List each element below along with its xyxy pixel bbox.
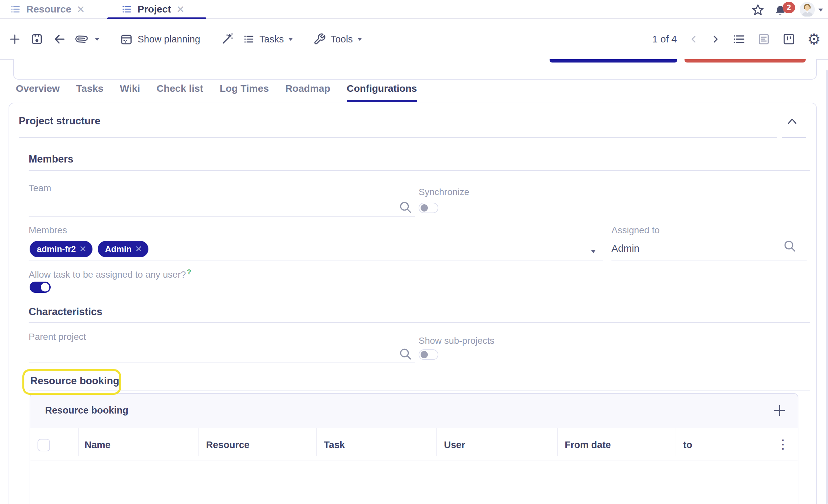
column-options-kebab-icon[interactable]: ⋮ <box>777 435 789 453</box>
back-button[interactable] <box>53 33 67 46</box>
window-tab-bar: Resource ✕ Project ✕ 2 <box>0 0 828 19</box>
tab-configurations[interactable]: Configurations <box>347 83 417 102</box>
favorite-star-icon[interactable] <box>752 4 764 16</box>
search-icon[interactable] <box>783 240 796 253</box>
tab-tasks[interactable]: Tasks <box>76 83 104 102</box>
show-sub-projects-toggle[interactable] <box>419 349 438 360</box>
show-planning-button[interactable]: Show planning <box>120 33 200 46</box>
save-button[interactable] <box>30 33 43 46</box>
window-tab-label: Resource <box>26 4 72 15</box>
chip-remove-icon[interactable]: ✕ <box>79 244 87 254</box>
subsection-title-members: Members <box>29 153 73 165</box>
toggle-knob <box>421 351 428 358</box>
parent-project-input[interactable] <box>29 363 415 363</box>
subsection-title-resource-booking: Resource booking <box>30 375 119 387</box>
kanban-view-icon[interactable] <box>782 33 795 46</box>
tools-menu-label: Tools <box>330 34 353 45</box>
resource-booking-panel: Resource booking Name Resource Task User… <box>30 393 798 504</box>
column-header-name[interactable]: Name <box>85 439 111 450</box>
divider <box>29 170 810 171</box>
show-planning-label: Show planning <box>137 34 200 45</box>
tab-roadmap[interactable]: Roadmap <box>285 83 330 102</box>
resource-booking-panel-header: Resource booking <box>30 394 798 428</box>
magic-wand-icon[interactable] <box>220 33 234 46</box>
panel-title: Resource booking <box>45 405 128 416</box>
team-input[interactable] <box>29 216 415 217</box>
divider <box>19 137 777 138</box>
membres-dropdown-caret-icon[interactable] <box>591 250 596 253</box>
assigned-to-value[interactable]: Admin <box>612 243 639 254</box>
membres-label: Membres <box>29 225 67 236</box>
attachment-caret-icon[interactable] <box>95 38 99 41</box>
allow-task-toggle[interactable] <box>30 282 51 293</box>
tools-menu-button[interactable]: Tools <box>313 33 362 45</box>
search-icon[interactable] <box>399 347 412 361</box>
show-sub-projects-label: Show sub-projects <box>419 336 494 346</box>
list-icon <box>10 4 21 14</box>
tools-caret-icon <box>358 38 362 41</box>
pager-prev-icon[interactable] <box>689 33 699 45</box>
list-view-icon[interactable] <box>732 33 745 45</box>
attachment-button[interactable] <box>76 33 88 45</box>
divider <box>29 322 810 323</box>
document-view-icon[interactable] <box>757 33 771 46</box>
pager-text: 1 of 4 <box>652 34 677 45</box>
column-header-user[interactable]: User <box>444 439 465 450</box>
notification-count-badge[interactable]: 2 <box>783 2 795 13</box>
tab-wiki[interactable]: Wiki <box>120 83 140 102</box>
user-avatar[interactable] <box>800 2 815 17</box>
tab-check-list[interactable]: Check list <box>157 83 203 102</box>
search-icon[interactable] <box>399 201 412 214</box>
team-label: Team <box>29 183 51 194</box>
window-tab-project[interactable]: Project ✕ <box>121 0 184 18</box>
list-icon <box>121 4 132 14</box>
table-header-row: Name Resource Task User From date to ⋮ <box>30 428 798 461</box>
settings-gear-icon[interactable]: ⚙ <box>807 32 821 47</box>
select-all-checkbox[interactable] <box>38 439 50 451</box>
table-body-empty <box>30 461 798 504</box>
chip-remove-icon[interactable]: ✕ <box>135 244 142 254</box>
configurations-card: Project structure Members Team Synchroni… <box>8 102 817 504</box>
user-menu-caret-icon[interactable] <box>819 8 823 11</box>
window-tab-label: Project <box>137 4 171 15</box>
section-title-project-structure: Project structure <box>19 115 100 127</box>
tab-overview[interactable]: Overview <box>16 83 59 102</box>
close-icon[interactable]: ✕ <box>176 4 184 15</box>
pager-next-icon[interactable] <box>710 33 720 45</box>
divider-segment <box>782 137 806 138</box>
membres-chip-list: admin-fr2 ✕ Admin ✕ <box>30 241 149 257</box>
membres-input[interactable] <box>29 260 603 261</box>
add-booking-button[interactable] <box>773 404 787 417</box>
column-header-task[interactable]: Task <box>324 439 345 450</box>
close-icon[interactable]: ✕ <box>77 4 85 15</box>
tasks-caret-icon <box>288 38 293 41</box>
collapse-chevron-up-icon[interactable] <box>787 117 798 125</box>
column-header-resource[interactable]: Resource <box>206 439 249 450</box>
help-icon[interactable]: ? <box>187 268 191 276</box>
vertical-scrollbar[interactable] <box>826 70 828 504</box>
member-chip[interactable]: Admin ✕ <box>98 241 149 257</box>
member-chip-label: Admin <box>105 244 132 254</box>
add-button[interactable] <box>8 33 21 45</box>
synchronize-label: Synchronize <box>419 187 469 197</box>
synchronize-toggle[interactable] <box>419 203 438 213</box>
assigned-to-label: Assigned to <box>612 225 660 236</box>
column-header-to[interactable]: to <box>683 439 692 450</box>
subsection-title-characteristics: Characteristics <box>29 306 102 318</box>
divider <box>29 390 810 390</box>
tab-log-times[interactable]: Log Times <box>219 83 268 102</box>
assigned-to-input[interactable] <box>612 260 806 261</box>
tasks-menu-label: Tasks <box>259 34 284 45</box>
parent-project-label: Parent project <box>29 332 86 342</box>
window-tab-resource[interactable]: Resource ✕ <box>10 0 85 18</box>
toolbar: Show planning Tasks Tools <box>0 19 828 59</box>
cutoff-form-card <box>13 59 817 80</box>
toggle-knob <box>41 283 49 291</box>
tasks-menu-button[interactable]: Tasks <box>243 34 293 45</box>
member-chip[interactable]: admin-fr2 ✕ <box>30 241 92 257</box>
project-nav-tabs: Overview Tasks Wiki Check list Log Times… <box>16 83 417 102</box>
danger-button-partial[interactable] <box>685 59 805 62</box>
primary-button-partial[interactable] <box>549 59 677 62</box>
column-header-from-date[interactable]: From date <box>565 439 611 450</box>
toggle-knob <box>421 204 428 212</box>
